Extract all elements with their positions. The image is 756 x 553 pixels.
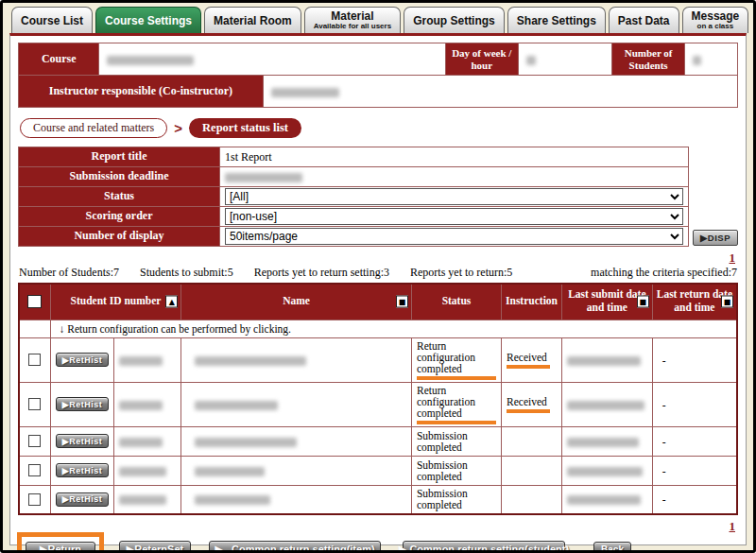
name-header[interactable]: Name ■ <box>181 284 412 320</box>
name-cell <box>181 337 412 382</box>
common-return-setting-item-button[interactable]: ▶ Common return setting(item) <box>209 541 381 553</box>
last-submit-cell <box>561 337 652 382</box>
tab-message[interactable]: Message on a class <box>682 7 749 33</box>
table-note: ↓ Return configuration can be performed … <box>50 320 737 337</box>
report-status-table: Student ID number ▲ Name ■ Status Instru… <box>18 283 738 515</box>
yet-return-count: Reports yet to return:5 <box>410 266 512 280</box>
redacted-text <box>225 173 302 182</box>
day-of-week-label: Day of week / hour <box>445 43 518 76</box>
redacted-text <box>195 401 278 410</box>
breadcrumb-separator-icon: > <box>174 120 182 136</box>
status-label: Status <box>19 187 220 207</box>
page-number-link[interactable]: 1 <box>730 251 736 265</box>
student-id-cell <box>114 426 181 456</box>
highlight-underline <box>417 421 496 424</box>
table-row: ▶RetHist Return configuration completed … <box>19 337 737 382</box>
course-value <box>99 43 445 76</box>
row-checkbox[interactable] <box>28 435 41 447</box>
tab-share-settings[interactable]: Share Settings <box>507 7 606 33</box>
report-title-value: 1st Report <box>220 147 689 167</box>
row-checkbox[interactable] <box>28 354 41 366</box>
last-submit-header[interactable]: Last submit date and time ■ <box>561 284 652 320</box>
status-cell[interactable]: Submission completed <box>411 485 501 514</box>
tab-course-settings[interactable]: Course Settings <box>95 7 201 33</box>
status-cell[interactable]: Submission completed <box>411 426 501 456</box>
table-row: ▶RetHist Submission completed - <box>19 456 737 485</box>
report-status-page: Course List Course Settings Material Roo… <box>0 0 756 553</box>
rethist-button[interactable]: ▶RetHist <box>56 397 109 411</box>
instruction-header: Instruction <box>502 284 562 320</box>
page-number-link[interactable]: 1 <box>730 519 736 533</box>
redacted-text <box>119 356 163 366</box>
top-tab-bar: Course List Course Settings Material Roo… <box>3 3 753 33</box>
name-cell <box>181 485 412 514</box>
last-return-header[interactable]: Last return date and time ■ <box>652 284 737 320</box>
row-checkbox[interactable] <box>28 493 41 506</box>
instructor-label: Instructor responsible (Co-instructor) <box>19 76 264 108</box>
sort-icon[interactable]: ■ <box>637 296 649 308</box>
scoring-order-select[interactable]: [non-use] <box>225 208 683 225</box>
status-cell[interactable]: Submission completed <box>411 456 501 485</box>
number-of-display-select[interactable]: 50items/page <box>225 228 683 245</box>
pagination-top: 1 <box>18 247 738 265</box>
content-panel: Course Day of week / hour Number of Stud… <box>9 33 747 545</box>
return-button[interactable]: ▶Return <box>26 542 95 553</box>
name-cell <box>181 426 412 456</box>
redacted-text <box>693 56 701 65</box>
redacted-text <box>119 495 166 505</box>
empty-cell <box>19 320 50 337</box>
status-cell[interactable]: Return configuration completed <box>411 382 501 426</box>
number-of-students-value <box>685 43 738 76</box>
disp-button[interactable]: ▶DISP <box>693 230 738 246</box>
student-id-cell <box>114 382 181 426</box>
sort-icon[interactable]: ■ <box>396 296 408 308</box>
redacted-text <box>107 56 194 65</box>
filter-form: Report title 1st Report Submission deadl… <box>18 147 738 247</box>
matching-criteria-count: matching the criteria specified:7 <box>591 266 737 280</box>
row-checkbox[interactable] <box>28 464 41 476</box>
last-return-cell: - <box>652 337 737 382</box>
table-row: ▶RetHist Submission completed - <box>19 485 737 514</box>
redacted-text <box>195 467 265 476</box>
rethist-button[interactable]: ▶RetHist <box>56 463 109 477</box>
breadcrumb-course-related[interactable]: Course and related matters <box>20 118 167 138</box>
submission-deadline-label: Submission deadline <box>19 167 220 187</box>
summary-counts: Number of Students:7 Students to submit:… <box>18 265 738 283</box>
last-submit-cell <box>561 382 652 426</box>
instruction-cell <box>502 456 562 485</box>
status-select[interactable]: [All] <box>225 188 683 205</box>
day-of-week-value <box>518 43 611 76</box>
rethist-button[interactable]: ▶RetHist <box>56 493 109 507</box>
rethist-button[interactable]: ▶RetHist <box>56 353 109 367</box>
redacted-text <box>195 356 306 366</box>
tab-past-data[interactable]: Past Data <box>609 7 679 33</box>
tab-course-list[interactable]: Course List <box>11 7 93 33</box>
common-return-setting-student-button[interactable]: ▶ Common return setting(student) <box>403 541 565 553</box>
select-all-checkbox[interactable] <box>27 295 42 308</box>
reternset-button[interactable]: ▶ReternSet <box>119 541 191 553</box>
tab-material-room[interactable]: Material Room <box>204 7 301 33</box>
name-cell <box>181 382 412 426</box>
row-checkbox[interactable] <box>28 398 41 410</box>
scoring-order-label: Scoring order <box>19 207 220 227</box>
status-cell[interactable]: Return configuration completed <box>411 337 501 382</box>
highlight-underline <box>507 409 550 413</box>
last-return-cell: - <box>652 456 737 485</box>
sort-icon[interactable]: ■ <box>721 296 733 308</box>
rethist-button[interactable]: ▶RetHist <box>56 434 109 448</box>
redacted-text <box>567 495 641 505</box>
course-info-table: Course Day of week / hour Number of Stud… <box>18 43 738 108</box>
instruction-cell: Received <box>502 337 562 382</box>
tab-group-settings[interactable]: Group Settings <box>404 7 505 33</box>
redacted-text <box>119 467 166 476</box>
pagination-bottom: 1 <box>18 515 738 533</box>
back-button[interactable]: Back <box>593 542 631 553</box>
student-id-cell <box>114 456 181 485</box>
last-return-cell: - <box>652 426 737 456</box>
name-cell <box>181 456 412 485</box>
student-id-header[interactable]: Student ID number ▲ <box>50 284 181 320</box>
yet-return-setting-count: Reports yet to return setting:3 <box>254 266 389 280</box>
tab-material-all-users[interactable]: Material Available for all users <box>304 7 401 33</box>
redacted-text <box>526 56 536 65</box>
sort-ascending-icon[interactable]: ▲ <box>165 296 178 308</box>
